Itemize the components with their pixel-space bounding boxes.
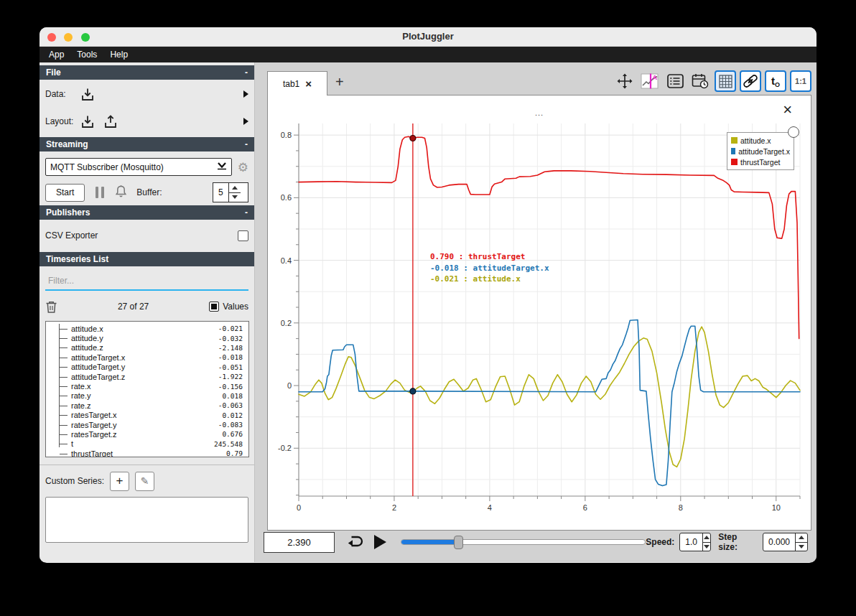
timeseries-row[interactable]: ratesTarget.x0.012: [47, 411, 246, 420]
title-bar: PlotJuggler: [39, 27, 817, 47]
step-size-spinbox[interactable]: 0.000: [763, 533, 808, 551]
step-up-icon[interactable]: [796, 533, 807, 543]
streaming-source-select[interactable]: MQTT Subscriber (Mosquitto): [45, 158, 232, 176]
timeseries-row[interactable]: t245.548: [47, 439, 246, 449]
close-plot-icon[interactable]: ×: [783, 102, 792, 118]
data-menu-arrow-icon[interactable]: [243, 90, 248, 98]
timeseries-row[interactable]: ratesTarget.y-0.083: [47, 420, 246, 429]
play-icon[interactable]: [374, 535, 386, 549]
timeseries-row[interactable]: attitude.x-0.021: [47, 324, 246, 333]
values-label: Values: [223, 302, 248, 312]
svg-text:0.2: 0.2: [281, 319, 292, 327]
timeseries-row[interactable]: attitudeTarget.z-1.922: [47, 372, 246, 381]
minimize-window-icon[interactable]: [64, 33, 73, 42]
timeseries-value: -0.018: [218, 353, 246, 361]
datetime-icon[interactable]: [689, 70, 711, 92]
section-header-file[interactable]: File -: [39, 65, 254, 80]
loop-icon[interactable]: [345, 533, 365, 551]
series-attitude.x: [299, 327, 800, 467]
timeline-slider[interactable]: [401, 539, 646, 545]
svg-text:0.4: 0.4: [281, 256, 292, 265]
timeseries-row[interactable]: thrustTarget0.79: [47, 449, 246, 457]
divider: [39, 465, 254, 465]
slider-handle[interactable]: [454, 536, 463, 549]
link-axes-icon[interactable]: [740, 70, 761, 92]
csv-exporter-row: CSV Exporter: [39, 222, 254, 249]
screen-background: PlotJuggler AppToolsHelp File - Data:: [0, 0, 856, 616]
csv-exporter-checkbox[interactable]: [238, 230, 248, 241]
buffer-down-icon[interactable]: [229, 193, 241, 202]
timeseries-value: 0.676: [222, 430, 246, 438]
load-layout-icon[interactable]: [80, 114, 96, 129]
legend-item-attitudeTarget.x[interactable]: attitudeTarget.x: [731, 146, 790, 157]
layout-menu-arrow-icon[interactable]: [243, 118, 248, 125]
timeseries-value: -0.021: [218, 325, 246, 332]
timeseries-row[interactable]: attitudeTarget.y-0.051: [47, 363, 246, 372]
menu-item-tools[interactable]: Tools: [70, 48, 103, 61]
speed-spinbox[interactable]: 1.0: [679, 533, 711, 551]
cursor-readout: -0.021 : attitude.x: [430, 274, 521, 284]
svg-text:8: 8: [679, 503, 683, 512]
trash-icon[interactable]: [45, 300, 57, 314]
speed-label: Speed:: [646, 537, 674, 547]
legend-knob-icon[interactable]: [788, 126, 799, 138]
add-custom-series-button[interactable]: +: [110, 472, 129, 491]
plot-widget: ... × 0246810-0.200.20.40.60.8 0.790 : t…: [267, 95, 811, 531]
load-data-icon[interactable]: [80, 87, 96, 102]
custom-series-list[interactable]: [45, 497, 248, 543]
list-view-icon[interactable]: [664, 70, 686, 92]
grid-layout-icon[interactable]: [715, 70, 736, 92]
menu-item-app[interactable]: App: [42, 48, 70, 61]
timeseries-row[interactable]: ratesTarget.z0.676: [47, 429, 246, 439]
plot-legend: attitude.xattitudeTarget.xthrustTarget: [727, 132, 794, 170]
timeseries-row[interactable]: attitude.y-0.032: [47, 333, 246, 342]
svg-text:10: 10: [772, 503, 781, 512]
timeseries-row[interactable]: rate.z-0.063: [47, 401, 246, 410]
buffer-spinbox[interactable]: 5: [213, 182, 248, 202]
speed-down-icon[interactable]: [703, 543, 710, 551]
filter-input[interactable]: [45, 276, 248, 286]
step-down-icon[interactable]: [796, 543, 807, 551]
menu-item-help[interactable]: Help: [103, 48, 134, 61]
curve-annotation-icon[interactable]: A: [639, 70, 661, 92]
timeseries-row[interactable]: rate.x-0.156: [47, 381, 246, 391]
legend-item-thrustTarget[interactable]: thrustTarget: [731, 157, 790, 167]
new-tab-button[interactable]: +: [335, 74, 344, 90]
time-offset-icon[interactable]: tO: [765, 70, 786, 92]
pause-icon[interactable]: [96, 187, 104, 198]
section-header-publishers[interactable]: Publishers -: [39, 205, 254, 220]
close-tab-icon[interactable]: ×: [305, 78, 312, 89]
section-header-streaming[interactable]: Streaming -: [39, 137, 254, 151]
gear-icon[interactable]: ⚙: [238, 160, 248, 174]
svg-text:6: 6: [583, 503, 587, 512]
bell-icon[interactable]: [114, 184, 128, 201]
save-layout-icon[interactable]: [103, 114, 118, 129]
current-time-input[interactable]: [264, 532, 335, 553]
edit-custom-series-button[interactable]: ✎: [135, 472, 154, 491]
pencil-icon: ✎: [141, 475, 149, 487]
svg-text:0.6: 0.6: [281, 193, 292, 202]
timeseries-row[interactable]: rate.y0.018: [47, 391, 246, 401]
timeseries-name: ratesTarget.y: [71, 421, 218, 429]
ratio-1-1-icon[interactable]: 1:1: [790, 70, 811, 92]
tab-tab1[interactable]: tab1 ×: [267, 71, 327, 95]
buffer-up-icon[interactable]: [229, 183, 241, 193]
section-header-timeseries[interactable]: Timeseries List: [39, 252, 254, 266]
maximize-window-icon[interactable]: [81, 33, 90, 42]
timeseries-row[interactable]: attitudeTarget.x-0.018: [47, 353, 246, 362]
layout-label: Layout:: [45, 116, 80, 126]
timeseries-name: ratesTarget.z: [71, 430, 222, 439]
legend-item-attitude.x[interactable]: attitude.x: [731, 135, 790, 146]
start-button[interactable]: Start: [45, 184, 85, 202]
list-toolbar: 27 of 27 Values: [39, 294, 254, 319]
series-attitudeTarget.x: [299, 320, 800, 486]
legend-swatch: [731, 159, 738, 165]
pan-zoom-icon[interactable]: [614, 70, 636, 92]
speed-up-icon[interactable]: [703, 533, 710, 543]
timeseries-row[interactable]: attitude.z-2.148: [47, 343, 246, 353]
svg-text:2: 2: [392, 503, 396, 512]
timeseries-value: -0.051: [218, 363, 246, 371]
timeseries-name: thrustTarget: [71, 449, 226, 457]
close-window-icon[interactable]: [47, 33, 56, 42]
values-checkbox[interactable]: [209, 302, 219, 312]
